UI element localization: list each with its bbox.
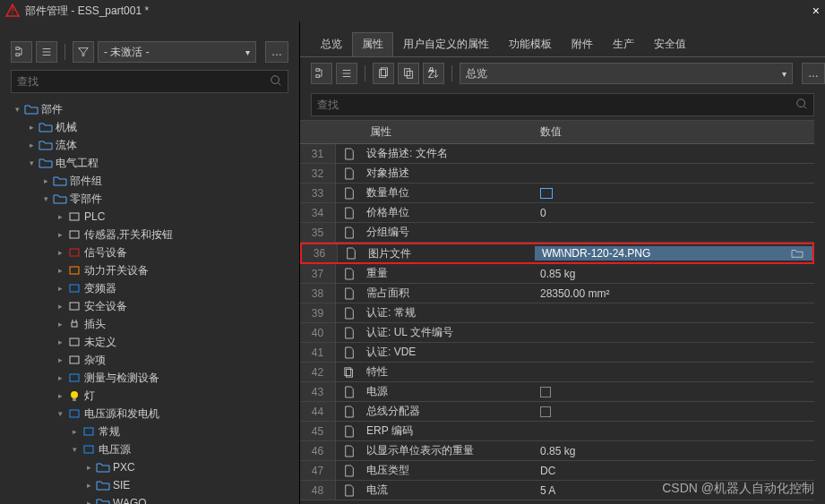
expand-icon[interactable]: ▸ (56, 212, 64, 221)
filter-dropdown[interactable]: - 未激活 - (98, 41, 256, 63)
search-icon[interactable] (795, 98, 808, 113)
sort-button[interactable]: AZ (423, 63, 444, 84)
tree-node[interactable]: ▸部件组 (0, 172, 299, 190)
grid-row[interactable]: 48电流5 A (300, 481, 814, 500)
paste-button[interactable] (398, 63, 419, 84)
expand-icon[interactable]: ▸ (70, 427, 79, 436)
expand-icon[interactable]: ▸ (56, 302, 64, 311)
expand-icon[interactable]: ▸ (56, 248, 64, 257)
tree-node[interactable]: ▸机械 (0, 118, 299, 136)
tree-node[interactable]: ▸流体 (0, 136, 299, 154)
expand-icon[interactable]: ▸ (84, 463, 93, 472)
tree-node[interactable]: ▾电压源和发电机 (0, 405, 299, 423)
copy-button[interactable] (373, 63, 394, 84)
unit-icon[interactable] (540, 188, 553, 199)
grid-row[interactable]: 33数量单位 (300, 184, 814, 203)
tree-node[interactable]: ▸常规 (0, 423, 299, 440)
tree-node[interactable]: ▸信号设备 (0, 243, 299, 261)
expand-icon[interactable]: ▾ (70, 445, 79, 454)
grid-row[interactable]: 34价格单位0 (300, 203, 814, 223)
tree-node[interactable]: ▸杂项 (0, 351, 299, 369)
expand-icon[interactable]: ▸ (56, 391, 64, 400)
tab-5[interactable]: 生产 (603, 32, 644, 56)
expand-icon[interactable]: ▾ (13, 105, 21, 114)
tree-node[interactable]: ▸SIE (0, 476, 299, 494)
grid-row[interactable]: 36图片文件WM\NDR-120-24.PNG (300, 243, 814, 264)
col-prop-header[interactable]: 属性 (363, 121, 533, 143)
expand-icon[interactable]: ▸ (56, 284, 64, 293)
tree-node[interactable]: ▸测量与检测设备 (0, 369, 299, 387)
col-val-header[interactable]: 数值 (533, 121, 814, 143)
tree-node[interactable]: ▸PLC (0, 208, 299, 226)
expand-icon[interactable]: ▾ (56, 409, 64, 418)
expand-icon[interactable]: ▸ (56, 266, 64, 275)
tree-node[interactable]: ▸未定义 (0, 333, 299, 351)
tree-node[interactable]: ▾零部件 (0, 190, 299, 208)
grid-row[interactable]: 35分组编号 (300, 223, 814, 243)
grid-row[interactable]: 39认证: 常规 (300, 303, 814, 323)
filter-button[interactable] (73, 41, 94, 63)
tab-0[interactable]: 总览 (311, 32, 352, 56)
checkbox-icon[interactable] (540, 387, 551, 397)
tab-2[interactable]: 用户自定义的属性 (393, 32, 499, 56)
tree-node[interactable]: ▸插头 (0, 315, 299, 333)
grid-row[interactable]: 32对象描述 (300, 164, 814, 184)
expand-icon[interactable]: ▸ (27, 141, 36, 149)
expand-icon[interactable]: ▸ (56, 320, 64, 329)
grid-row[interactable]: 38需占面积28350.00 mm² (300, 284, 814, 303)
checkbox-icon[interactable] (540, 406, 551, 417)
right-search-input[interactable] (317, 98, 795, 111)
flat-button[interactable] (336, 63, 357, 84)
expand-icon[interactable]: ▸ (56, 373, 64, 382)
tab-4[interactable]: 附件 (562, 32, 603, 56)
parts-tree[interactable]: ▾部件▸机械▸流体▾电气工程▸部件组▾零部件▸PLC▸传感器,开关和按钮▸信号设… (0, 97, 299, 504)
grid-row[interactable]: 37重量0.85 kg (300, 264, 814, 284)
properties-grid[interactable]: 属性数值31设备描述: 文件名32对象描述33数量单位34价格单位035分组编号… (300, 120, 814, 504)
tree-view-button[interactable] (11, 41, 32, 63)
grid-row[interactable]: 41认证: VDE (300, 343, 814, 363)
tree-node[interactable]: ▸WAGO (0, 494, 299, 504)
expand-icon[interactable]: ▾ (41, 194, 50, 203)
grid-row[interactable]: 45ERP 编码 (300, 422, 814, 441)
tree-node[interactable]: ▾电气工程 (0, 154, 299, 172)
tree-node[interactable]: ▸安全设备 (0, 297, 299, 315)
grid-row[interactable]: 40认证: UL 文件编号 (300, 323, 814, 343)
expand-icon[interactable]: ▸ (56, 230, 64, 239)
expand-icon[interactable]: ▸ (84, 499, 93, 504)
tab-1[interactable]: 属性 (352, 32, 393, 56)
expand-icon[interactable]: ▸ (41, 176, 50, 185)
expand-icon[interactable]: ▸ (56, 355, 64, 364)
expand-button[interactable] (311, 63, 332, 84)
expand-icon[interactable]: ▸ (56, 337, 64, 346)
left-search[interactable] (11, 70, 288, 93)
browse-button[interactable] (789, 246, 805, 261)
grid-row[interactable]: 44总线分配器 (300, 402, 814, 422)
tree-node[interactable]: ▾电压源 (0, 440, 299, 458)
tree-node[interactable]: ▸灯 (0, 387, 299, 405)
right-search[interactable] (311, 93, 814, 116)
grid-row[interactable]: 47电压类型DC (300, 461, 814, 481)
tab-3[interactable]: 功能模板 (499, 32, 562, 56)
tree-node[interactable]: ▸PXC (0, 458, 299, 476)
tree-node[interactable]: ▸动力开关设备 (0, 261, 299, 279)
tree-node[interactable]: ▾部件 (0, 100, 299, 118)
expand-icon[interactable]: ▸ (27, 123, 36, 132)
filter-more-button[interactable]: … (265, 41, 288, 63)
grid-row[interactable]: 43电源 (300, 382, 814, 402)
lamp-icon (67, 389, 82, 402)
grid-row[interactable]: 42特性 (300, 363, 814, 382)
tree-node[interactable]: ▸传感器,开关和按钮 (0, 226, 299, 243)
right-panel: 总览属性用户自定义的属性功能模板附件生产安全值 AZ 总览 … 属性数值31设备… (300, 21, 825, 504)
search-icon[interactable] (270, 74, 282, 90)
grid-row[interactable]: 31设备描述: 文件名 (300, 144, 814, 164)
view-dropdown[interactable]: 总览 (460, 63, 793, 84)
expand-icon[interactable]: ▾ (27, 158, 36, 167)
view-more-button[interactable]: … (802, 63, 825, 84)
grid-row[interactable]: 46以显示单位表示的重量0.85 kg (300, 441, 814, 461)
left-search-input[interactable] (17, 75, 270, 88)
expand-icon[interactable]: ▸ (84, 481, 93, 490)
tree-node[interactable]: ▸变频器 (0, 279, 299, 297)
list-view-button[interactable] (36, 41, 57, 63)
close-icon[interactable]: × (812, 4, 820, 18)
tab-6[interactable]: 安全值 (644, 32, 696, 56)
